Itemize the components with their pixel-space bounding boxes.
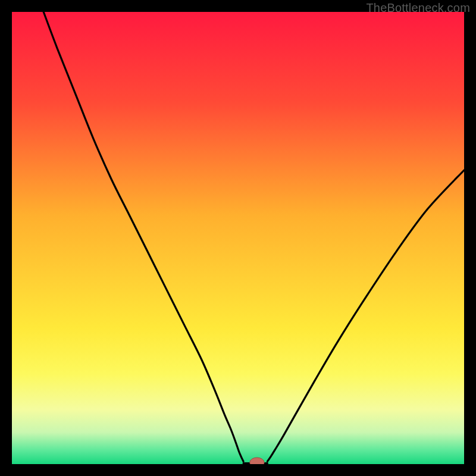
- bottleneck-chart: [12, 12, 464, 464]
- gradient-background: [12, 12, 464, 464]
- chart-frame: TheBottleneck.com: [0, 0, 476, 476]
- plot-area: [12, 12, 464, 464]
